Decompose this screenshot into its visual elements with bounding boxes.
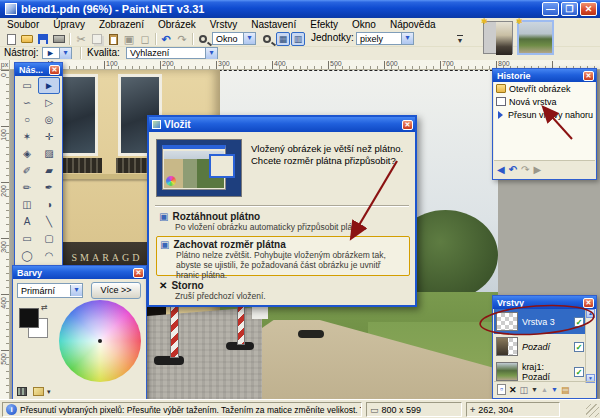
option-cancel[interactable]: ✕ Storno Zruší předchozí vložení. <box>159 280 409 301</box>
menu-okno[interactable]: Okno <box>345 18 383 31</box>
menu-efekty[interactable]: Efekty <box>303 18 345 31</box>
tools-panel-titlebar[interactable]: Nás... ✕ <box>15 63 62 76</box>
duplicate-layer-button[interactable]: ◫ <box>520 385 529 395</box>
tool-paintbrush[interactable]: ✐ <box>16 162 38 179</box>
tool-rounded-rectangle[interactable]: ▢ <box>38 230 60 247</box>
history-item-move-layer-up[interactable]: Přesun vrstvy nahoru <box>494 108 595 121</box>
tool-gradient[interactable]: ▨ <box>38 145 60 162</box>
print-button[interactable] <box>51 32 67 46</box>
tool-move-selected-pixels[interactable]: ► <box>38 77 60 94</box>
toggle-grid-button[interactable]: ▦ <box>276 32 290 46</box>
toolbar-overflow-chevron[interactable]: ▼ <box>452 32 468 46</box>
units-combo[interactable]: pixely ▾ <box>356 32 414 45</box>
history-fastforward-button[interactable]: ▶ <box>533 164 541 176</box>
history-panel-titlebar[interactable]: Historie ✕ <box>493 69 596 82</box>
more-colors-button[interactable]: Více >> <box>91 282 141 299</box>
deselect-button[interactable]: ◻ <box>137 32 153 46</box>
history-rewind-button[interactable]: ◀ <box>497 164 505 176</box>
resize-grip[interactable] <box>586 404 599 417</box>
menu-obrazek[interactable]: Obrázek <box>151 18 203 31</box>
crop-button[interactable]: ▣ <box>121 32 137 46</box>
add-layer-button[interactable]: ▫ <box>497 384 506 395</box>
tool-line-curve[interactable]: ╲ <box>38 213 60 230</box>
tool-recolor[interactable]: ◑ <box>38 196 60 213</box>
tool-pan[interactable]: ✛ <box>38 128 60 145</box>
tool-move-selection[interactable]: ▷ <box>38 94 60 111</box>
copy-button[interactable] <box>89 32 105 46</box>
tool-paint-bucket[interactable]: ◈ <box>16 145 38 162</box>
tool-zoom[interactable]: ◎ <box>38 111 60 128</box>
layer-row-pozadi[interactable]: Pozadí ✓ <box>494 334 586 359</box>
history-redo-button[interactable]: ↷ <box>521 164 529 176</box>
close-button[interactable]: ✕ <box>583 298 594 308</box>
zoom-mode-combo[interactable]: Okno ▾ <box>212 32 256 45</box>
move-layer-up-button[interactable]: ▲ <box>541 386 548 393</box>
layers-scrollbar[interactable]: ▲ ▼ <box>585 309 595 383</box>
colors-panel-titlebar[interactable]: Barvy ✕ <box>13 266 146 279</box>
paste-dialog-titlebar[interactable]: Vložit ✕ <box>149 117 415 132</box>
close-button[interactable]: ✕ <box>49 65 60 75</box>
primary-color-swatch[interactable] <box>19 308 39 328</box>
close-button[interactable]: ✕ <box>133 268 144 278</box>
new-button[interactable] <box>3 32 19 46</box>
history-item-new-layer[interactable]: Nová vrstva <box>494 95 595 108</box>
option-keep-canvas-size[interactable]: ▣ Zachovat rozměr plátna Plátno nelze zv… <box>156 236 410 276</box>
toggle-rulers-button[interactable]: ▥ <box>291 32 305 46</box>
quality-combo[interactable]: Vyhlazení ▾ <box>126 47 218 59</box>
move-layer-down-button[interactable]: ▼ <box>551 386 558 393</box>
option-stretch-canvas[interactable]: ▣ Roztáhnout plátno Po vložení obrázku a… <box>159 211 409 232</box>
paste-button[interactable] <box>105 32 121 46</box>
document-thumbnail-blend1[interactable]: ✱ <box>483 21 513 54</box>
tool-color-picker[interactable]: ✒ <box>38 179 60 196</box>
title-bar[interactable]: blend1.pdn (96%) - Paint.NET v3.31 — ❐ ✕ <box>0 0 600 18</box>
current-tool-combo[interactable]: ► ▾ <box>42 47 72 59</box>
close-button[interactable]: ✕ <box>580 2 597 16</box>
maximize-button[interactable]: ❐ <box>561 2 578 16</box>
tool-freeform[interactable]: ◠ <box>38 247 60 264</box>
menu-upravy[interactable]: Úpravy <box>46 18 92 31</box>
color-wheel[interactable] <box>59 300 141 382</box>
layer-visibility-checkbox[interactable]: ✓ <box>574 317 584 327</box>
layers-panel-titlebar[interactable]: Vrstvy ✕ <box>493 296 596 309</box>
palette-icon[interactable] <box>33 387 44 396</box>
redo-button[interactable]: ↷ <box>174 32 190 46</box>
tool-rectangle-select[interactable]: ▭ <box>16 77 38 94</box>
scroll-up-button[interactable]: ▲ <box>586 309 595 318</box>
tool-ellipse-select[interactable]: ○ <box>16 111 38 128</box>
zoom-icon-button[interactable] <box>195 32 211 46</box>
save-button[interactable] <box>35 32 51 46</box>
merge-layer-down-button[interactable]: ▼ <box>531 386 538 393</box>
tool-eraser[interactable]: ▰ <box>38 162 60 179</box>
delete-layer-button[interactable]: ✕ <box>509 385 517 395</box>
minimize-button[interactable]: — <box>542 2 559 16</box>
close-button[interactable]: ✕ <box>583 71 594 81</box>
menu-napoveda[interactable]: Nápověda <box>383 18 443 31</box>
layer-visibility-checkbox[interactable]: ✓ <box>574 367 584 377</box>
undo-button[interactable]: ↶ <box>158 32 174 46</box>
history-undo-button[interactable]: ↶ <box>509 164 517 176</box>
color-mode-combo[interactable]: Primární ▾ <box>17 283 83 298</box>
tool-pencil[interactable]: ✏ <box>16 179 38 196</box>
tool-lasso-select[interactable]: ∽ <box>16 94 38 111</box>
palette-grid-icon[interactable] <box>17 387 27 396</box>
zoom-region-button[interactable] <box>259 32 275 46</box>
open-button[interactable] <box>19 32 35 46</box>
tool-clone-stamp[interactable]: ◫ <box>16 196 38 213</box>
tool-rectangle[interactable]: ▭ <box>16 230 38 247</box>
tool-text[interactable]: A <box>16 213 38 230</box>
history-item-open-image[interactable]: Otevřít obrázek <box>494 82 595 95</box>
cut-button[interactable]: ✂ <box>73 32 89 46</box>
tool-ellipse[interactable]: ◯ <box>16 247 38 264</box>
swap-colors-icon[interactable]: ⇄ <box>41 303 48 312</box>
layer-visibility-checkbox[interactable]: ✓ <box>574 342 584 352</box>
document-thumbnail-active[interactable]: ✱ <box>517 20 554 55</box>
menu-nastaveni[interactable]: Nastavení <box>244 18 303 31</box>
layer-properties-button[interactable]: ▤ <box>561 385 570 395</box>
menu-vrstvy[interactable]: Vrstvy <box>203 18 244 31</box>
close-button[interactable]: ✕ <box>402 120 413 130</box>
tool-magic-wand[interactable]: ✶ <box>16 128 38 145</box>
menu-zobrazeni[interactable]: Zobrazení <box>92 18 151 31</box>
dropdown-arrow-icon[interactable]: ▾ <box>47 388 51 396</box>
menu-soubor[interactable]: Soubor <box>0 18 46 31</box>
layer-row-vrstva3[interactable]: Vrstva 3 ✓ <box>494 309 586 334</box>
